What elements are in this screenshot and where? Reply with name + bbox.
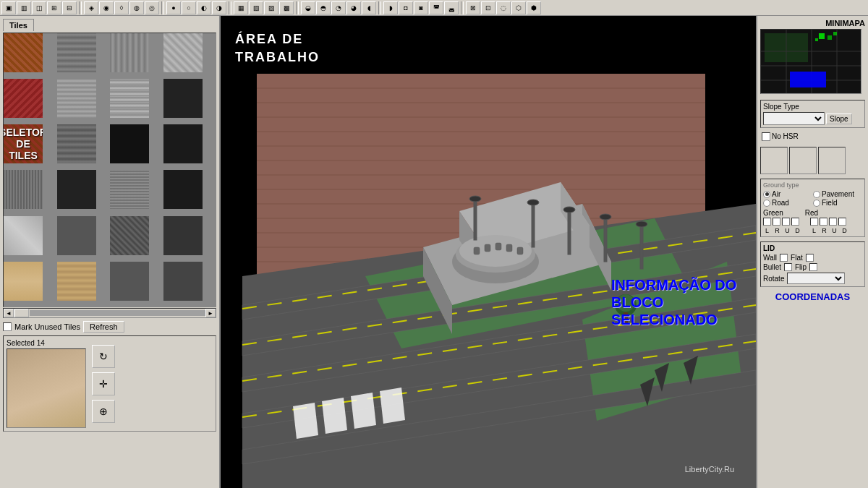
tile-cell-11[interactable] <box>110 124 149 163</box>
green-r-cb[interactable] <box>773 218 780 226</box>
toolbar-btn-4[interactable]: ⊞ <box>47 1 61 14</box>
scroll-right-btn[interactable]: ► <box>205 309 216 317</box>
toolbar-btn-25[interactable]: ◘ <box>399 1 413 14</box>
tool-rotate-btn[interactable]: ↻ <box>92 345 115 368</box>
block-sq-1[interactable] <box>760 147 788 174</box>
toolbar-btn-7[interactable]: ◉ <box>99 1 114 14</box>
radio-pavement[interactable]: Pavement <box>813 190 862 198</box>
red-r-cb[interactable] <box>820 218 827 226</box>
radio-air-label: Air <box>772 190 780 198</box>
toolbar-btn-11[interactable]: ● <box>166 1 181 14</box>
tile-cell-10[interactable] <box>57 124 96 163</box>
red-u-cb[interactable] <box>829 218 837 226</box>
radio-road[interactable]: Road <box>763 199 812 207</box>
tile-cell-21[interactable] <box>4 262 43 301</box>
mark-unused-checkbox[interactable] <box>3 322 12 331</box>
toolbar-btn-6[interactable]: ◈ <box>84 1 98 14</box>
lid-flat-checkbox[interactable] <box>806 254 814 262</box>
slope-type-select[interactable] <box>763 112 825 125</box>
toolbar-btn-19[interactable]: ◒ <box>301 1 315 14</box>
toolbar-btn-5[interactable]: ⊟ <box>62 1 77 14</box>
toolbar-btn-8[interactable]: ◊ <box>114 1 129 14</box>
toolbar-btn-28[interactable]: ◛ <box>444 1 459 14</box>
red-d-cb[interactable] <box>838 218 846 226</box>
toolbar-btn-1[interactable]: ▣ <box>1 1 16 14</box>
lid-title: LID <box>763 244 862 252</box>
tile-cell-13[interactable] <box>4 170 43 209</box>
green-l-cb[interactable] <box>763 218 771 226</box>
tile-cell-18[interactable] <box>57 216 96 255</box>
toolbar-btn-29[interactable]: ⊠ <box>466 1 480 14</box>
tile-cell-23[interactable] <box>110 262 149 301</box>
svg-rect-72 <box>815 38 818 41</box>
tile-cell-4[interactable] <box>163 33 203 72</box>
tile-grid[interactable]: SELETORDETILES <box>3 33 216 307</box>
refresh-button[interactable]: Refresh <box>83 321 124 333</box>
tile-scrollbar[interactable]: ◄ ► <box>3 308 216 318</box>
toolbar-btn-15[interactable]: ▦ <box>234 1 248 14</box>
toolbar-btn-32[interactable]: ⬡ <box>511 1 526 14</box>
tile-cell-5[interactable] <box>4 79 43 118</box>
no-hsr-checkbox[interactable] <box>762 132 770 141</box>
toolbar-btn-12[interactable]: ○ <box>182 1 196 14</box>
tile-cell-15[interactable] <box>110 170 149 209</box>
block-sq-2[interactable] <box>789 147 817 174</box>
tile-cell-7[interactable] <box>110 79 149 118</box>
tile-cell-16[interactable] <box>163 170 203 209</box>
toolbar-btn-17[interactable]: ▨ <box>264 1 278 14</box>
toolbar-btn-2[interactable]: ▥ <box>17 1 31 14</box>
lid-rotate-select[interactable]: 0 90 180 270 <box>787 273 845 284</box>
toolbar-btn-14[interactable]: ◑ <box>212 1 226 14</box>
lid-wall-checkbox[interactable] <box>780 254 788 262</box>
scene-svg <box>221 16 756 488</box>
green-label: Green <box>763 209 783 217</box>
scroll-thumb[interactable] <box>14 309 29 317</box>
lid-flip-checkbox[interactable] <box>809 263 817 271</box>
block-sq-3[interactable] <box>818 147 846 174</box>
tile-cell-17[interactable] <box>4 216 43 255</box>
tile-cell-1[interactable] <box>4 33 43 72</box>
toolbar-btn-26[interactable]: ◙ <box>414 1 428 14</box>
tile-cell-2[interactable] <box>57 33 96 72</box>
toolbar-btn-3[interactable]: ◫ <box>32 1 46 14</box>
green-d-cb[interactable] <box>791 218 799 226</box>
radio-field[interactable]: Field <box>813 199 862 207</box>
toolbar-btn-33[interactable]: ⬢ <box>527 1 541 14</box>
tile-cell-3[interactable] <box>110 33 149 72</box>
toolbar-btn-27[interactable]: ◚ <box>429 1 443 14</box>
tile-cell-6[interactable] <box>57 79 96 118</box>
tile-cell-24[interactable] <box>163 262 203 301</box>
tile-cell-9[interactable]: SELETORDETILES <box>4 124 43 163</box>
red-l-cb[interactable] <box>810 218 818 226</box>
toolbar-btn-18[interactable]: ▩ <box>279 1 294 14</box>
svg-point-46 <box>527 200 539 205</box>
scroll-left-btn[interactable]: ◄ <box>4 309 14 317</box>
toolbar-btn-16[interactable]: ▧ <box>249 1 263 14</box>
toolbar-btn-13[interactable]: ◐ <box>197 1 211 14</box>
tool-flip-btn[interactable]: ⊕ <box>92 400 115 423</box>
radio-air[interactable]: Air <box>763 190 812 198</box>
toolbar-btn-31[interactable]: ◌ <box>496 1 511 14</box>
toolbar-btn-22[interactable]: ◕ <box>346 1 361 14</box>
lid-bullet-checkbox[interactable] <box>784 263 792 271</box>
tool-move-btn[interactable]: ✛ <box>92 372 115 395</box>
tile-cell-20[interactable] <box>163 216 203 255</box>
svg-rect-42 <box>495 243 501 250</box>
tab-tiles[interactable]: Tiles <box>3 19 34 31</box>
green-u-cb[interactable] <box>782 218 790 226</box>
tile-cell-14[interactable] <box>57 170 96 209</box>
toolbar-btn-23[interactable]: ◖ <box>362 1 376 14</box>
slope-button[interactable]: Slope <box>826 114 852 124</box>
toolbar-btn-10[interactable]: ◎ <box>145 1 159 14</box>
toolbar-btn-20[interactable]: ◓ <box>316 1 331 14</box>
tile-cell-8[interactable] <box>163 79 203 118</box>
toolbar: ▣ ▥ ◫ ⊞ ⊟ ◈ ◉ ◊ ◍ ◎ ● ○ ◐ ◑ ▦ ▧ ▨ ▩ ◒ ◓ … <box>0 0 868 16</box>
tile-cell-12[interactable] <box>163 124 203 163</box>
toolbar-btn-30[interactable]: ⊡ <box>481 1 495 14</box>
toolbar-btn-21[interactable]: ◔ <box>331 1 346 14</box>
toolbar-btn-9[interactable]: ◍ <box>129 1 144 14</box>
tile-cell-22[interactable] <box>57 262 96 301</box>
toolbar-btn-24[interactable]: ◗ <box>383 1 398 14</box>
tile-cell-19[interactable] <box>110 216 149 255</box>
center-canvas[interactable]: ÁREA DE TRABALHO INFORMAÇÃO DO BLOCO SEL… <box>221 16 756 488</box>
